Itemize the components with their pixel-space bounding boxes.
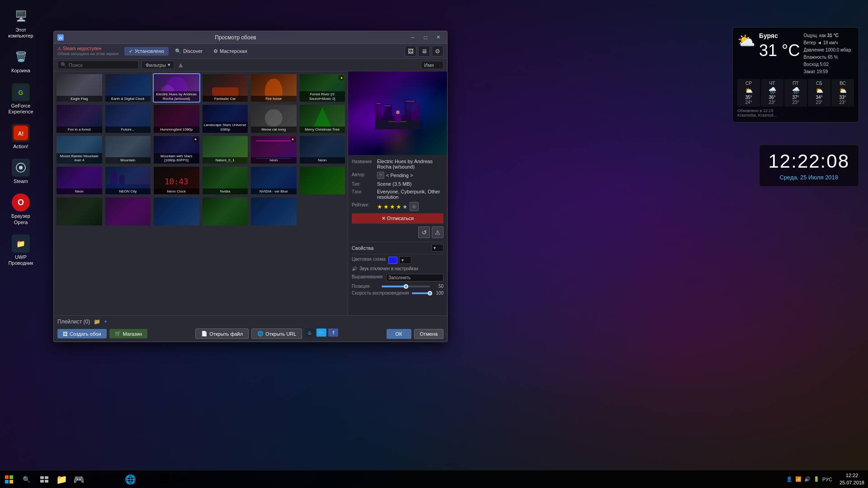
star-3[interactable]: ★ — [390, 203, 395, 210]
desktop-icon-basket[interactable]: 🗑️ Корзина — [5, 45, 37, 76]
wallpaper-thumb-16[interactable]: Nature_0_1 — [202, 135, 249, 164]
wallpaper-icon-btn[interactable]: 🖼 — [405, 46, 416, 56]
taskbar-browser[interactable]: 🌐 — [122, 471, 138, 488]
tray-battery-icon: 🔋 — [813, 476, 820, 482]
search-input[interactable] — [69, 62, 136, 68]
open-url-button[interactable]: 🌐 Открыть URL — [251, 328, 302, 339]
wallpaper-thumb-24[interactable] — [299, 166, 346, 195]
wallpaper-thumb-14[interactable]: Mountain — [104, 135, 152, 164]
open-file-button[interactable]: 📄 Открыть файл — [195, 328, 249, 339]
speed-thumb[interactable] — [428, 291, 432, 296]
svg-rect-22 — [110, 171, 117, 184]
refresh-button[interactable]: ↺ — [418, 226, 430, 238]
taskbar-steam-app[interactable]: ♨ — [139, 471, 156, 488]
wallpaper-thumb-2[interactable]: Earth & Digital Clock — [104, 73, 152, 103]
wallpaper-thumb-29[interactable] — [250, 197, 297, 226]
star-2[interactable]: ★ — [383, 203, 389, 210]
taskbar-opera[interactable]: 🅾 — [156, 471, 173, 488]
desktop-icon-steam[interactable]: Steam — [5, 156, 37, 187]
position-thumb[interactable] — [404, 284, 408, 289]
start-button[interactable] — [0, 470, 18, 488]
wallpaper-thumb-4[interactable]: Fantastic Car — [202, 73, 249, 103]
monitor-icon-btn[interactable]: 🖥 — [418, 46, 430, 56]
taskbar-mail[interactable]: ✉ — [88, 471, 104, 488]
properties-select[interactable]: ▾ — [431, 244, 443, 252]
color-picker-button[interactable] — [388, 257, 397, 264]
keyboard-lang[interactable]: РУС — [822, 477, 832, 482]
maximize-button[interactable]: □ — [420, 33, 431, 42]
svg-rect-41 — [9, 475, 13, 479]
taskbar-antivirus[interactable]: 🛡 — [105, 471, 121, 488]
wallpaper-thumb-11[interactable]: Meow cat song — [250, 104, 297, 133]
wallpaper-thumb-5[interactable]: Fire horse — [250, 73, 297, 103]
tray-network-icon[interactable]: 📶 — [795, 476, 802, 482]
taskbar-word[interactable]: W — [174, 471, 190, 488]
minimize-button[interactable]: ─ — [407, 33, 418, 42]
playlist-folder-icon[interactable]: 📁 — [94, 319, 100, 325]
wallpaper-thumb-10[interactable]: Landscape Stars Universe 1080p — [202, 104, 249, 133]
cancel-button[interactable]: Отмена — [414, 329, 443, 339]
thumb-label-16: Nature_0_1 — [203, 157, 248, 164]
unsubscribe-button[interactable]: ✕ Отписаться — [352, 213, 443, 224]
sort-select[interactable]: Имя — [421, 61, 443, 69]
wallpaper-thumb-21[interactable]: 10:43Neon Clock — [153, 166, 200, 195]
wallpaper-thumb-27[interactable] — [153, 197, 200, 226]
footer-center: 📄 Открыть файл 🌐 Открыть URL ♨ 🐦 f — [195, 328, 338, 339]
wallpaper-thumb-19[interactable]: Neon — [56, 166, 103, 195]
tab-workshop[interactable]: ⚙ Мастерская — [209, 47, 252, 56]
desktop-icon-opera[interactable]: O Браузер Opera — [5, 191, 37, 228]
info-panel: Название Electric Hues by Andreas Rocha … — [348, 155, 447, 315]
tab-discover[interactable]: 🔍 Discover — [170, 47, 207, 56]
desktop-icon-action[interactable]: A! Action! — [5, 121, 37, 152]
close-button[interactable]: ✕ — [433, 33, 443, 42]
wallpaper-thumb-28[interactable] — [202, 197, 249, 226]
align-select[interactable]: Заполнить — [386, 274, 443, 282]
warning-button[interactable]: ⚠ — [432, 226, 443, 238]
star-5[interactable]: ★ — [402, 203, 408, 210]
bookmark-button[interactable]: ☆ — [410, 202, 419, 211]
settings-icon-btn[interactable]: ⚙ — [432, 46, 443, 56]
wallpaper-thumb-12[interactable]: Merry Christmas Tree — [299, 104, 346, 133]
wallpaper-thumb-20[interactable]: NEON City — [104, 166, 152, 195]
wallpaper-thumb-8[interactable]: Future... — [104, 104, 152, 133]
star-4[interactable]: ★ — [396, 203, 401, 210]
desktop-icon-uwp[interactable]: 📁 UWP Проводник — [5, 232, 37, 269]
wallpaper-thumb-15[interactable]: Mountain with Stars [1080p 60FPS]★ — [153, 135, 200, 164]
taskbar-item-3[interactable]: 🎮 — [71, 471, 87, 488]
color-select[interactable]: ▾ — [399, 256, 411, 264]
star-1[interactable]: ★ — [377, 203, 382, 210]
day-name: ЧТ — [762, 81, 783, 86]
wallpaper-thumb-3[interactable]: Electric Hues by Andreas Rocha (w/sound) — [153, 73, 200, 103]
day-icon: ⛅ — [738, 87, 759, 94]
taskbar-search-button[interactable]: 🔍 — [18, 470, 34, 488]
wallpaper-thumb-6[interactable]: Forest River [/2 Sound+Music 2]★ — [299, 73, 346, 103]
wallpaper-thumb-1[interactable]: Eagle Flag — [56, 73, 103, 103]
twitter-share-icon[interactable]: 🐦 — [316, 328, 326, 337]
wallpaper-thumb-9[interactable]: Hummingbird 1080p — [153, 104, 200, 133]
wallpaper-grid-area[interactable]: Eagle FlagEarth & Digital ClockElectric … — [54, 71, 348, 315]
desktop-icon-geforce[interactable]: G GeForce Experience — [5, 80, 37, 117]
ok-button[interactable]: ОК — [387, 329, 411, 339]
taskbar-explorer[interactable]: 📁 — [53, 471, 70, 488]
wallpaper-thumb-25[interactable] — [56, 197, 103, 226]
shop-button[interactable]: 🛒 Магазин — [109, 329, 147, 338]
search-box[interactable]: 🔍 — [57, 61, 139, 69]
playlist-add-icon[interactable]: + — [104, 319, 107, 325]
filter-button[interactable]: Фильтры ▾ — [142, 61, 175, 69]
wallpaper-thumb-23[interactable]: NVIDIA - ver Blue — [250, 166, 297, 195]
tab-installed[interactable]: ✓ Установлено — [124, 47, 169, 56]
facebook-share-icon[interactable]: f — [328, 328, 338, 337]
tray-volume-icon[interactable]: 🔊 — [804, 476, 811, 482]
taskbar-taskview[interactable] — [36, 471, 52, 488]
wallpaper-thumb-7[interactable]: Fox in a forest — [56, 104, 103, 133]
speed-slider[interactable] — [412, 292, 430, 294]
wallpaper-thumb-13[interactable]: Mount Rainier Mountain river 4 — [56, 135, 103, 164]
desktop-icon-computer[interactable]: 🖥️ Этот компьютер — [5, 5, 37, 42]
wallpaper-thumb-26[interactable] — [104, 197, 152, 226]
wallpaper-thumb-22[interactable]: Nvidia — [202, 166, 249, 195]
wallpaper-thumb-18[interactable]: Neon — [299, 135, 346, 164]
wallpaper-thumb-17[interactable]: neon★ — [250, 135, 297, 164]
steam-share-icon[interactable]: ♨ — [305, 328, 315, 337]
position-slider[interactable] — [382, 286, 430, 287]
create-wallpaper-button[interactable]: 🖼 Создать обои — [57, 329, 107, 338]
